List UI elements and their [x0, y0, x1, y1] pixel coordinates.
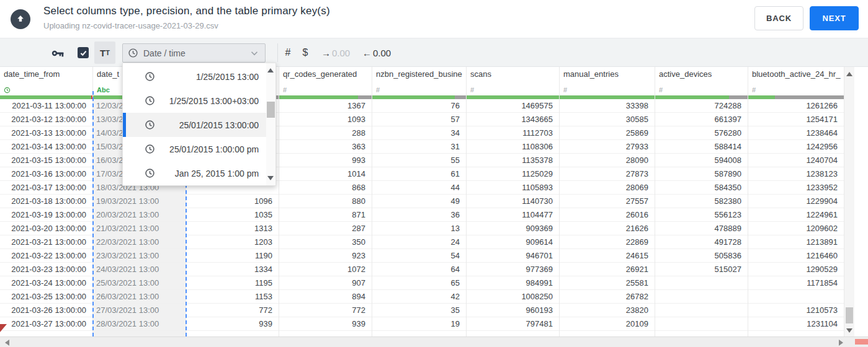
dropdown-option[interactable]: 1/25/2015 13:00+03:00 [123, 89, 266, 113]
table-cell[interactable]: 1195 [186, 276, 279, 290]
table-cell[interactable]: 1469575 [467, 99, 559, 113]
dropdown-option[interactable]: Jan 25, 2015 1:00 pm [123, 161, 266, 185]
table-cell[interactable]: 1108306 [467, 140, 559, 154]
table-cell[interactable]: 1210573 [748, 304, 844, 317]
table-cell[interactable]: 588414 [655, 140, 748, 154]
primary-key-button[interactable] [50, 38, 66, 67]
table-cell[interactable]: 1014 [279, 167, 372, 181]
table-cell[interactable]: 25/03/2021 13:00 [93, 276, 186, 290]
table-cell[interactable]: 1203 [186, 235, 279, 249]
table-cell[interactable]: 1238464 [748, 126, 844, 140]
table-cell[interactable]: 24615 [560, 249, 655, 263]
table-cell[interactable]: 20109 [560, 317, 655, 331]
table-cell[interactable]: 27/03/2021 13:00 [93, 304, 186, 317]
table-cell[interactable]: 984991 [467, 276, 559, 290]
table-cell[interactable]: 661397 [655, 113, 748, 126]
table-cell[interactable]: 1231104 [748, 317, 844, 331]
table-cell[interactable]: 31 [372, 140, 466, 154]
table-cell[interactable]: 491728 [655, 235, 748, 249]
table-cell[interactable]: 1135378 [467, 154, 559, 167]
table-cell[interactable]: 2021-03-26 13:00:00 [0, 304, 92, 317]
table-cell[interactable]: 871 [279, 208, 372, 222]
table-cell[interactable]: 2021-03-25 13:00:00 [0, 290, 92, 304]
table-cell[interactable]: 909369 [467, 222, 559, 235]
table-cell[interactable]: 1334 [186, 263, 279, 276]
table-cell[interactable]: 57 [372, 113, 466, 126]
increase-decimals-button[interactable]: →0.00 [318, 38, 354, 67]
table-cell[interactable] [655, 317, 748, 331]
scroll-right-icon[interactable] [839, 340, 843, 346]
table-cell[interactable]: 24/03/2021 13:00 [93, 263, 186, 276]
table-cell[interactable]: 1224961 [748, 208, 844, 222]
table-cell[interactable]: 1254171 [748, 113, 844, 126]
scroll-up-icon[interactable] [267, 68, 274, 72]
scroll-down-icon[interactable] [846, 328, 852, 333]
table-cell[interactable]: 1367 [279, 99, 372, 113]
table-cell[interactable]: 1096 [186, 195, 279, 208]
table-cell[interactable]: 2021-03-11 13:00:00 [0, 99, 92, 113]
table-cell[interactable]: 1233952 [748, 181, 844, 195]
table-cell[interactable]: 350 [279, 235, 372, 249]
column-header[interactable]: bluetooth_active_24_hr_ [748, 67, 844, 87]
column-header[interactable]: qr_codes_generated [279, 67, 372, 87]
table-cell[interactable]: 25869 [560, 126, 655, 140]
table-cell[interactable]: 19/03/2021 13:00 [93, 195, 186, 208]
table-cell[interactable]: 36 [372, 208, 466, 222]
table-cell[interactable]: 20/03/2021 13:00 [93, 208, 186, 222]
column-header[interactable]: manual_entries [560, 67, 655, 87]
table-cell[interactable]: 587890 [655, 167, 748, 181]
decrease-decimals-button[interactable]: ←0.00 [359, 38, 395, 67]
table-cell[interactable]: 65 [372, 276, 466, 290]
table-cell[interactable]: 2021-03-18 13:00:00 [0, 195, 92, 208]
table-cell[interactable]: 960193 [467, 304, 559, 317]
dropdown-option[interactable]: 1/25/2015 13:00 [123, 64, 266, 89]
table-cell[interactable]: 33398 [560, 99, 655, 113]
table-cell[interactable]: 27933 [560, 140, 655, 154]
table-cell[interactable]: 2021-03-24 13:00:00 [0, 276, 92, 290]
table-cell[interactable]: 923 [279, 249, 372, 263]
table-cell[interactable]: 880 [279, 195, 372, 208]
table-cell[interactable]: 576280 [655, 126, 748, 140]
table-cell[interactable]: 1153 [186, 290, 279, 304]
table-cell[interactable]: 2021-03-20 13:00:00 [0, 222, 92, 235]
table-cell[interactable]: 1093 [279, 113, 372, 126]
table-cell[interactable]: 515027 [655, 263, 748, 276]
table-cell[interactable]: 1313 [186, 222, 279, 235]
column-type-dropdown[interactable]: Date / time [122, 43, 266, 63]
table-cell[interactable]: 1008250 [467, 290, 559, 304]
table-cell[interactable]: 363 [279, 140, 372, 154]
table-cell[interactable]: 1112703 [467, 126, 559, 140]
table-cell[interactable]: 1213891 [748, 235, 844, 249]
table-cell[interactable]: 30585 [560, 113, 655, 126]
table-cell[interactable]: 1216460 [748, 249, 844, 263]
table-cell[interactable] [748, 290, 844, 304]
table-cell[interactable]: 1343665 [467, 113, 559, 126]
currency-type-button[interactable]: $ [298, 38, 313, 67]
back-button[interactable]: BACK [754, 6, 803, 30]
include-column-checkbox[interactable] [77, 38, 89, 67]
table-cell[interactable]: 1140730 [467, 195, 559, 208]
table-cell[interactable]: 28090 [560, 154, 655, 167]
table-cell[interactable]: 894 [279, 290, 372, 304]
table-cell[interactable]: 993 [279, 154, 372, 167]
table-cell[interactable]: 2021-03-13 13:00:00 [0, 126, 92, 140]
table-cell[interactable]: 23/03/2021 13:00 [93, 249, 186, 263]
table-cell[interactable]: 2021-03-16 13:00:00 [0, 167, 92, 181]
table-cell[interactable] [655, 290, 748, 304]
table-cell[interactable]: 1242956 [748, 140, 844, 154]
table-cell[interactable]: 2021-03-23 13:00:00 [0, 263, 92, 276]
number-type-button[interactable]: # [280, 38, 295, 67]
table-cell[interactable]: 19 [372, 317, 466, 331]
table-cell[interactable]: 556123 [655, 208, 748, 222]
table-cell[interactable]: 22869 [560, 235, 655, 249]
table-cell[interactable]: 977369 [467, 263, 559, 276]
table-cell[interactable]: 21626 [560, 222, 655, 235]
scroll-up-icon[interactable] [846, 72, 852, 76]
table-cell[interactable]: 2021-03-22 13:00:00 [0, 249, 92, 263]
table-cell[interactable]: 2021-03-15 13:00:00 [0, 154, 92, 167]
table-cell[interactable]: 2021-03-17 13:00:00 [0, 181, 92, 195]
table-cell[interactable]: 868 [279, 181, 372, 195]
table-cell[interactable]: 287 [279, 222, 372, 235]
table-cell[interactable]: 61 [372, 167, 466, 181]
text-type-button[interactable]: TT [94, 42, 115, 64]
